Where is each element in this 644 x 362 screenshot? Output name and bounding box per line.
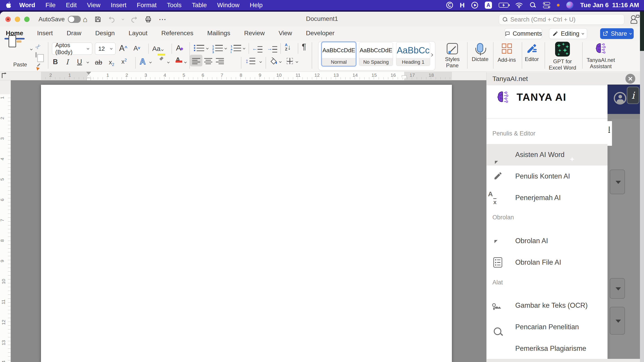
increase-indent-button[interactable]: →: [267, 45, 277, 53]
sidebar-item-obrolan-ai[interactable]: Obrolan AI: [486, 230, 608, 252]
sidebar-item-pencarian-penelitian[interactable]: Pencarian Penelitian: [486, 316, 608, 338]
menu-bar-clock[interactable]: Tue Jan 6 11:16 AM: [580, 2, 639, 9]
borders-button[interactable]: [286, 58, 293, 65]
text-effects-button[interactable]: A: [140, 57, 146, 66]
menu-item-window[interactable]: Window: [217, 2, 240, 9]
menu-item-tools[interactable]: Tools: [167, 2, 182, 9]
tab-design[interactable]: Design: [95, 28, 115, 39]
info-button[interactable]: i: [627, 87, 639, 104]
presence-share-icon[interactable]: [630, 15, 640, 24]
sidebar-item-penulis-konten-ai[interactable]: Penulis Konten AI: [486, 165, 608, 187]
text-effects-chevron-icon[interactable]: [149, 61, 152, 63]
shading-button[interactable]: [270, 57, 278, 66]
decrease-indent-button[interactable]: ←: [252, 45, 262, 53]
editing-mode-dropdown[interactable]: Editing: [549, 28, 587, 39]
tab-review[interactable]: Review: [244, 28, 265, 39]
bullets-chevron-icon[interactable]: [206, 47, 208, 49]
bullets-button[interactable]: [194, 45, 204, 51]
apple-menu-icon[interactable]: [6, 2, 12, 9]
hidden-dropdown-1[interactable]: [610, 169, 625, 194]
menu-item-table[interactable]: Table: [192, 2, 207, 9]
show-paragraph-marks-button[interactable]: ¶: [302, 42, 306, 52]
paste-button[interactable]: [12, 42, 14, 46]
style-heading-1[interactable]: AaBbCcHeading 1: [396, 42, 430, 66]
menu-item-view[interactable]: View: [87, 2, 100, 9]
hidden-dropdown-3[interactable]: [610, 307, 625, 335]
play-circle-icon[interactable]: [471, 0, 478, 10]
account-avatar-icon[interactable]: [614, 92, 626, 104]
italic-button[interactable]: I: [66, 58, 68, 66]
underline-button[interactable]: U: [77, 58, 82, 66]
menu-item-file[interactable]: File: [46, 2, 56, 9]
control-center-icon[interactable]: [543, 0, 550, 10]
copy-icon[interactable]: [36, 53, 37, 57]
obs-icon[interactable]: [446, 0, 453, 10]
line-spacing-button[interactable]: ↕: [246, 57, 255, 65]
subscript-button[interactable]: x2: [109, 59, 114, 67]
superscript-button[interactable]: x2: [121, 58, 127, 65]
shading-chevron-icon[interactable]: [279, 60, 282, 63]
multilevel-list-button[interactable]: 1ai: [231, 45, 241, 51]
tab-developer[interactable]: Developer: [306, 28, 335, 39]
bold-button[interactable]: B: [53, 58, 58, 66]
multilevel-chevron-icon[interactable]: [243, 47, 245, 49]
menu-item-word[interactable]: Word: [19, 2, 35, 9]
tab-insert[interactable]: Insert: [37, 28, 53, 39]
tanyaai-assistant-button[interactable]: TanyaAI.net Assistant: [584, 42, 618, 70]
vertical-ruler[interactable]: 1234567891011121314: [0, 80, 11, 362]
cut-icon[interactable]: ✂: [33, 42, 43, 51]
search-input[interactable]: [510, 16, 620, 23]
menu-item-format[interactable]: Format: [137, 2, 157, 9]
highlight-chevron-icon[interactable]: [167, 61, 170, 63]
align-center-button[interactable]: [204, 57, 212, 64]
numbering-chevron-icon[interactable]: [224, 47, 227, 49]
a-app-icon[interactable]: A: [485, 0, 492, 10]
editor-button[interactable]: Editor: [522, 43, 542, 62]
align-right-button[interactable]: [216, 57, 224, 64]
hidden-dropdown-2[interactable]: [610, 278, 625, 299]
battery-icon[interactable]: [499, 0, 508, 10]
line-spacing-chevron-icon[interactable]: [259, 60, 262, 63]
hanging-indent-marker[interactable]: [86, 75, 91, 78]
clear-formatting-button[interactable]: A: [176, 44, 184, 52]
tab-draw[interactable]: Draw: [66, 28, 82, 39]
strikethrough-button[interactable]: ab: [95, 59, 102, 66]
dictate-button[interactable]: Dictate: [469, 43, 491, 62]
document-page[interactable]: [41, 85, 452, 362]
tab-layout[interactable]: Layout: [128, 28, 148, 39]
tab-view[interactable]: View: [278, 28, 292, 39]
paste-menu-chevron-icon[interactable]: [30, 48, 32, 50]
sort-button[interactable]: AZ ↓: [285, 43, 291, 51]
tab-mailings[interactable]: Mailings: [207, 28, 231, 39]
add-ins-button[interactable]: Add-ins: [494, 44, 519, 63]
first-line-indent-marker[interactable]: [86, 72, 91, 75]
shrink-font-button[interactable]: Av: [134, 44, 140, 52]
align-left-button[interactable]: [190, 55, 202, 66]
comments-button[interactable]: Comments: [504, 28, 542, 39]
tab-selector-icon[interactable]: [2, 73, 7, 79]
style-no-spacing[interactable]: AaBbCcDdENo Spacing: [359, 42, 393, 66]
styles-pane-button[interactable]: Styles Pane: [441, 43, 464, 69]
borders-chevron-icon[interactable]: [296, 60, 298, 63]
font-name-select[interactable]: Aptos (Body): [52, 43, 92, 55]
spotlight-search-icon[interactable]: [530, 0, 536, 10]
font-size-select[interactable]: 12: [95, 43, 116, 55]
sidebar-item-gambar-ke-teks[interactable]: Gambar ke Teks (OCR): [486, 295, 608, 316]
tab-references[interactable]: References: [161, 28, 194, 39]
menu-item-edit[interactable]: Edit: [66, 2, 76, 9]
handbrake-icon[interactable]: H: [460, 0, 465, 10]
wifi-icon[interactable]: [515, 0, 523, 10]
font-color-chevron-icon[interactable]: [184, 61, 186, 63]
sidebar-item-pemeriksa-plagiarisme[interactable]: Pemeriksa Plagiarisme: [486, 338, 608, 359]
grow-font-button[interactable]: A^: [119, 44, 128, 53]
change-case-button[interactable]: Aa: [152, 45, 163, 53]
sidebar-item-obrolan-file-ai[interactable]: Obrolan File AI: [486, 252, 608, 273]
underline-chevron-icon[interactable]: [86, 61, 89, 63]
menu-item-help[interactable]: Help: [250, 2, 263, 9]
font-color-button[interactable]: A: [176, 57, 180, 63]
gpt-for-excel-word-button[interactable]: GPT for Excel Word: [547, 42, 578, 71]
share-button[interactable]: Share: [600, 28, 634, 39]
menu-item-insert[interactable]: Insert: [111, 2, 126, 9]
siri-icon[interactable]: [566, 0, 574, 10]
search-box[interactable]: [499, 14, 624, 25]
